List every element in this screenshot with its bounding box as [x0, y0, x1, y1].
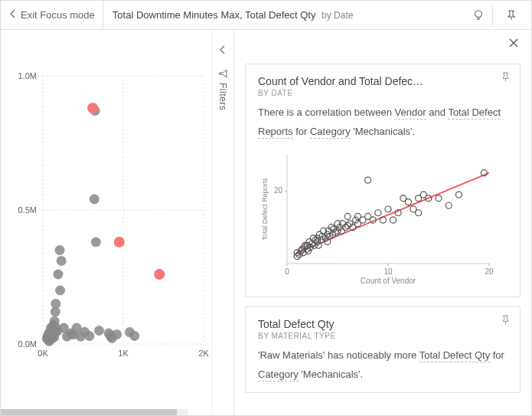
svg-text:Count of Vendor: Count of Vendor [361, 277, 416, 285]
svg-point-136 [436, 195, 442, 201]
svg-text:20: 20 [485, 267, 494, 276]
svg-point-127 [390, 218, 397, 224]
svg-text:Total Defect Reports: Total Defect Reports [261, 178, 269, 241]
pin-card-button[interactable] [501, 72, 511, 84]
scrollbar-thumb[interactable] [1, 409, 177, 416]
filters-panel: Filters [211, 30, 233, 416]
svg-point-126 [385, 206, 391, 212]
insight-scatter-chart[interactable]: 2001020Total Defect ReportsCount of Vend… [258, 149, 508, 289]
svg-point-130 [405, 199, 411, 205]
svg-text:1.0M: 1.0M [18, 71, 37, 80]
svg-point-55 [87, 103, 98, 113]
funnel-icon [217, 69, 228, 78]
card1-t3: for [293, 126, 310, 137]
card1-body: There is a correlation between Vendor an… [258, 103, 508, 141]
filters-label[interactable]: Filters [217, 69, 228, 110]
card1-t2: and [426, 106, 449, 118]
svg-point-44 [84, 331, 94, 341]
pin-icon[interactable] [501, 5, 522, 26]
lightbulb-icon[interactable] [472, 5, 493, 26]
term-total-defect-qty[interactable]: Total Defect Qty [419, 349, 490, 362]
svg-point-56 [114, 237, 125, 247]
svg-point-54 [129, 331, 139, 341]
title-sub: by Date [321, 10, 353, 21]
svg-point-110 [338, 228, 344, 234]
svg-point-33 [53, 270, 63, 280]
card2-t3: 'Mechanicals'. [299, 369, 363, 380]
svg-point-132 [416, 210, 422, 216]
svg-point-125 [380, 218, 386, 224]
card2-t2: for [490, 349, 504, 361]
card2-title: Total Defect Qty [258, 318, 508, 330]
filters-text: Filters [217, 83, 228, 110]
card2-t1: 'Raw Materials' has noticeably more [258, 349, 419, 361]
insight-card-defect-qty: Total Defect Qty BY MATERIAL TYPE 'Raw M… [245, 306, 521, 392]
svg-point-34 [55, 245, 65, 255]
pin-card-button[interactable] [501, 315, 511, 327]
card2-body: 'Raw Materials' has noticeably more Tota… [258, 346, 508, 384]
svg-point-138 [455, 192, 462, 198]
svg-text:0K: 0K [38, 349, 48, 358]
horizontal-scrollbar[interactable] [1, 409, 188, 416]
svg-point-117 [353, 218, 359, 224]
svg-point-48 [94, 326, 104, 336]
exit-focus-label: Exit Focus mode [21, 9, 95, 21]
card2-subtitle: BY MATERIAL TYPE [258, 332, 508, 340]
insight-card-vendor-defect: Count of Vendor and Total Defec… BY DATE… [245, 64, 521, 297]
svg-point-35 [55, 286, 65, 296]
chevron-left-icon [10, 9, 16, 21]
term-category-2[interactable]: Category [258, 369, 299, 382]
left-pane: 0.0M0.5M1.0M0K1K2K Filters [1, 30, 234, 416]
svg-point-57 [154, 269, 165, 280]
svg-point-36 [57, 256, 67, 266]
svg-point-137 [446, 203, 452, 209]
page-title: Total Downtime Minutes Max, Total Defect… [103, 9, 472, 21]
close-insights-button[interactable] [508, 38, 519, 51]
main-scatter-chart[interactable]: 0.0M0.5M1.0M0K1K2K [1, 30, 211, 416]
svg-point-31 [51, 299, 60, 309]
svg-text:20: 20 [274, 187, 283, 195]
svg-line-73 [297, 173, 489, 253]
term-category-1[interactable]: Category [310, 126, 351, 139]
svg-text:10: 10 [383, 267, 393, 276]
header-actions [472, 5, 522, 26]
exit-focus-button[interactable]: Exit Focus mode [10, 1, 103, 29]
card1-t4: 'Mechanicals'. [351, 126, 415, 137]
svg-point-114 [344, 214, 351, 220]
collapse-filters-button[interactable] [219, 45, 227, 57]
svg-text:0.5M: 0.5M [18, 205, 37, 215]
term-vendor[interactable]: Vendor [394, 106, 426, 120]
title-main: Total Downtime Minutes Max, Total Defect… [113, 9, 316, 21]
main-content: 0.0M0.5M1.0M0K1K2K Filters Co [1, 30, 531, 416]
card1-subtitle: BY DATE [258, 89, 508, 97]
insights-pane: Count of Vendor and Total Defec… BY DATE… [234, 30, 531, 416]
svg-point-124 [375, 210, 381, 216]
svg-text:1K: 1K [118, 349, 129, 358]
svg-point-52 [112, 329, 122, 339]
svg-text:0.0M: 0.0M [18, 339, 37, 349]
card1-title: Count of Vendor and Total Defec… [258, 75, 508, 87]
app-header: Exit Focus mode Total Downtime Minutes M… [1, 1, 531, 30]
svg-point-122 [365, 178, 371, 184]
svg-text:0: 0 [285, 267, 289, 276]
card1-t1: There is a correlation between [258, 106, 394, 118]
svg-point-45 [90, 195, 100, 205]
svg-text:2K: 2K [198, 349, 209, 358]
svg-point-47 [91, 237, 101, 247]
